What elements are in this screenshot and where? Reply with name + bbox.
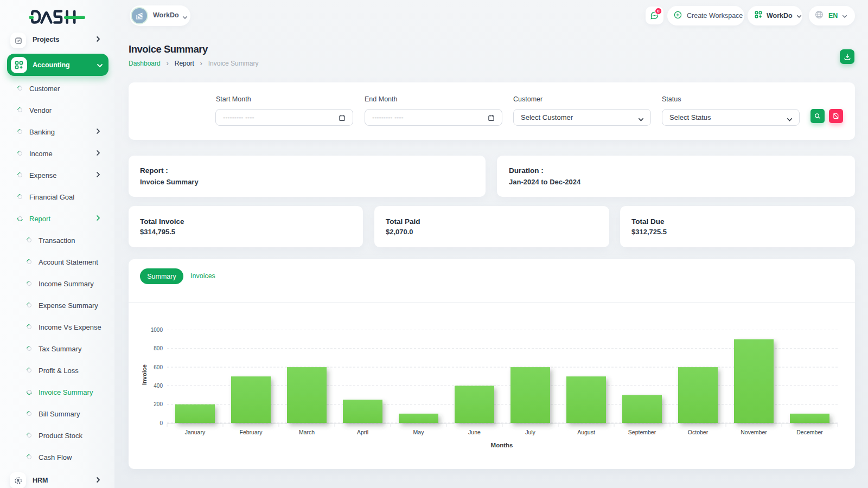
svg-text:December: December [796, 429, 823, 435]
svg-text:July: July [525, 429, 535, 435]
svg-text:200: 200 [154, 401, 163, 407]
svg-text:600: 600 [154, 364, 163, 370]
svg-text:800: 800 [154, 345, 163, 351]
svg-text:January: January [185, 429, 206, 435]
svg-text:0: 0 [159, 420, 163, 426]
svg-text:Invoice: Invoice [141, 364, 148, 385]
svg-text:September: September [628, 429, 656, 435]
svg-text:400: 400 [154, 383, 163, 389]
svg-text:June: June [468, 429, 481, 435]
svg-text:May: May [413, 429, 425, 435]
svg-text:October: October [688, 429, 709, 435]
svg-text:March: March [299, 429, 315, 435]
svg-text:February: February [239, 429, 263, 435]
svg-text:August: August [577, 429, 595, 435]
svg-text:Months: Months [491, 442, 513, 448]
svg-text:April: April [357, 429, 368, 435]
svg-text:1000: 1000 [151, 327, 163, 333]
svg-text:November: November [741, 429, 767, 435]
